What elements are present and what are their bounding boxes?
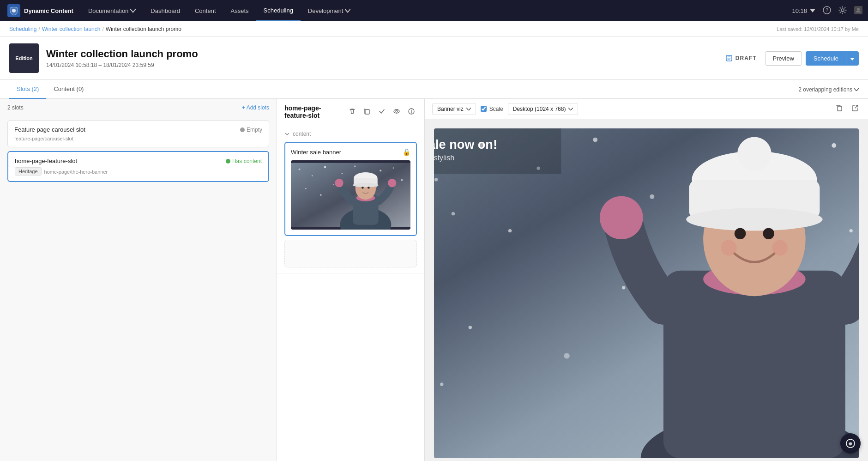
preview-button[interactable]: Preview bbox=[765, 51, 802, 66]
svg-point-76 bbox=[772, 240, 788, 255]
breadcrumb-winter-collection[interactable]: Winter collection launch bbox=[42, 26, 101, 32]
svg-point-34 bbox=[362, 187, 364, 189]
svg-point-52 bbox=[832, 143, 836, 148]
svg-point-23 bbox=[320, 194, 322, 196]
open-external-button[interactable] bbox=[850, 103, 861, 115]
approve-button[interactable] bbox=[376, 106, 387, 118]
schedule-button-group: Schedule bbox=[806, 51, 859, 66]
slot-status: Has content bbox=[226, 158, 262, 164]
content-card-empty bbox=[284, 240, 417, 267]
nav-right-section: 10:18 ? bbox=[792, 6, 862, 16]
content-section-title[interactable]: content bbox=[284, 131, 417, 137]
eye-icon bbox=[393, 108, 400, 115]
svg-point-24 bbox=[333, 184, 334, 185]
chevron-down-icon bbox=[850, 58, 855, 61]
slot-status: Empty bbox=[240, 127, 262, 133]
chevron-down-icon bbox=[466, 108, 471, 110]
schedule-dropdown-button[interactable] bbox=[846, 51, 859, 66]
svg-point-60 bbox=[622, 286, 625, 289]
svg-point-47 bbox=[508, 229, 512, 232]
svg-point-41 bbox=[434, 178, 438, 181]
svg-point-6 bbox=[857, 8, 860, 11]
svg-point-74 bbox=[763, 228, 774, 239]
top-navigation: Dynamic Content Documentation Dashboard … bbox=[0, 0, 868, 21]
content-card-header: Winter sale banner 🔒 bbox=[291, 148, 410, 156]
svg-point-9 bbox=[394, 109, 399, 113]
page-header-actions: DRAFT Preview Schedule bbox=[721, 51, 859, 66]
preview-image-svg bbox=[291, 160, 410, 230]
info-icon bbox=[408, 108, 415, 115]
svg-point-16 bbox=[342, 173, 343, 174]
copy-link-icon bbox=[836, 104, 843, 112]
nav-dashboard[interactable]: Dashboard bbox=[143, 0, 187, 21]
nav-documentation[interactable]: Documentation bbox=[81, 0, 143, 21]
chat-button[interactable] bbox=[840, 433, 861, 454]
copy-icon bbox=[363, 108, 371, 115]
svg-point-22 bbox=[305, 188, 307, 189]
slot-card-feature-carousel[interactable]: Feature page carousel slot Empty feature… bbox=[7, 120, 269, 147]
svg-point-4 bbox=[841, 9, 844, 12]
page-header: Edition Winter collection launch promo 1… bbox=[0, 37, 868, 80]
user-icon bbox=[854, 6, 862, 14]
info-button[interactable] bbox=[406, 106, 417, 118]
scale-checkbox[interactable]: Scale bbox=[481, 106, 503, 112]
user-button[interactable] bbox=[854, 6, 862, 16]
overlapping-editions-badge[interactable]: 2 overlapping editions bbox=[798, 81, 859, 98]
tab-content[interactable]: Content (0) bbox=[46, 80, 91, 99]
edition-badge: Edition bbox=[9, 43, 39, 73]
svg-point-21 bbox=[401, 179, 403, 181]
nav-scheduling[interactable]: Scheduling bbox=[256, 0, 301, 21]
svg-rect-38 bbox=[838, 106, 842, 111]
schedule-button[interactable]: Schedule bbox=[806, 51, 846, 66]
slots-panel: 2 slots + Add slots Feature page carouse… bbox=[0, 99, 277, 461]
right-preview-area: Winter sale now on! Stay warm, stay styl… bbox=[425, 119, 868, 461]
content-card-winter-sale[interactable]: Winter sale banner 🔒 bbox=[284, 142, 417, 236]
delete-button[interactable] bbox=[347, 106, 358, 118]
slot-dot bbox=[226, 159, 230, 164]
svg-point-10 bbox=[396, 110, 398, 112]
preview-frame: Winter sale now on! Stay warm, stay styl… bbox=[434, 128, 859, 458]
svg-rect-66 bbox=[663, 271, 845, 458]
tab-slots[interactable]: Slots (2) bbox=[9, 80, 46, 99]
svg-point-61 bbox=[564, 353, 570, 358]
breadcrumb-scheduling[interactable]: Scheduling bbox=[9, 26, 36, 32]
nav-development[interactable]: Development bbox=[301, 0, 358, 21]
nav-content[interactable]: Content bbox=[187, 0, 223, 21]
right-panel: Banner viz Scale Desktop (1024 x 768) bbox=[425, 99, 868, 461]
desktop-select[interactable]: Desktop (1024 x 768) bbox=[508, 103, 579, 115]
logo-icon bbox=[7, 4, 20, 17]
svg-point-44 bbox=[593, 138, 597, 142]
middle-slot-title: home-page-feature-slot bbox=[284, 104, 343, 119]
add-slots-button[interactable]: + Add slots bbox=[242, 104, 269, 111]
tabs-bar: Slots (2) Content (0) 2 overlapping edit… bbox=[0, 80, 868, 99]
viz-select[interactable]: Banner viz bbox=[432, 103, 476, 115]
slot-path: home-page/the-hero-banner bbox=[44, 169, 108, 176]
breadcrumb-bar: Scheduling / Winter collection launch / … bbox=[0, 21, 868, 37]
view-button[interactable] bbox=[391, 106, 402, 118]
middle-scroll-area[interactable]: content Winter sale banner 🔒 bbox=[277, 125, 424, 461]
slots-header: 2 slots + Add slots bbox=[0, 99, 277, 116]
copy-link-button[interactable] bbox=[834, 103, 845, 115]
slot-name: home-page-feature-slot bbox=[15, 158, 77, 164]
svg-point-35 bbox=[368, 187, 370, 189]
middle-panel-header: home-page-feature-slot bbox=[277, 99, 424, 125]
svg-point-13 bbox=[299, 169, 301, 170]
slot-dot bbox=[240, 127, 245, 132]
svg-point-20 bbox=[393, 167, 394, 169]
lock-icon: 🔒 bbox=[403, 148, 410, 156]
scale-input[interactable] bbox=[481, 106, 487, 112]
chat-icon bbox=[845, 438, 856, 449]
page-dates: 14/01/2024 10:58:18 – 18/01/2024 23:59:5… bbox=[46, 62, 713, 68]
app-logo[interactable]: Dynamic Content bbox=[6, 4, 81, 17]
slot-card-home-feature[interactable]: home-page-feature-slot Has content Herit… bbox=[7, 151, 269, 182]
svg-point-71 bbox=[686, 208, 822, 230]
settings-button[interactable] bbox=[838, 6, 847, 16]
draft-badge: DRAFT bbox=[721, 55, 761, 62]
clock-dropdown-icon bbox=[810, 8, 815, 13]
copy-button[interactable] bbox=[362, 106, 373, 118]
nav-assets[interactable]: Assets bbox=[223, 0, 256, 21]
chevron-down-icon bbox=[568, 108, 573, 110]
help-button[interactable]: ? bbox=[823, 6, 831, 16]
trash-icon bbox=[349, 108, 356, 115]
svg-point-15 bbox=[324, 166, 326, 169]
